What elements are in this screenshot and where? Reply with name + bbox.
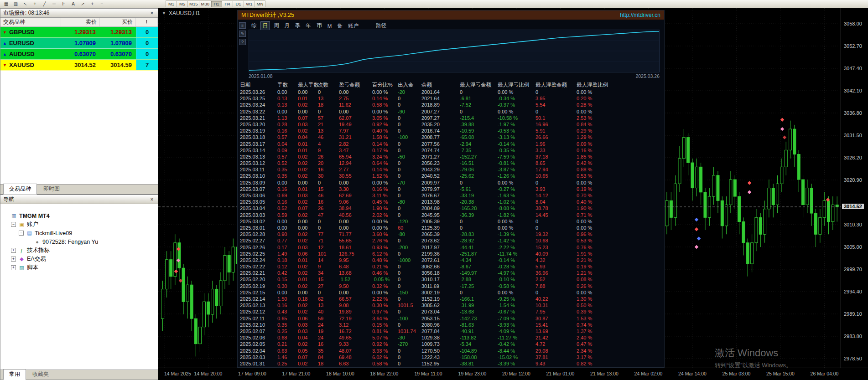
- expand-icon[interactable]: +: [11, 257, 16, 262]
- stats-cell: 29.08: [535, 348, 577, 354]
- crosshair-icon[interactable]: +: [31, 0, 39, 7]
- price-axis[interactable]: 3058.003052.703047.403042.103036.803031.…: [841, 8, 868, 368]
- navigator-header[interactable]: 导航 ×: [0, 195, 158, 204]
- market-watch-title: 市场报价: 08:13:46: [3, 9, 149, 17]
- stats-button-8[interactable]: 备: [336, 22, 345, 30]
- account-server-icon: ▤: [26, 230, 33, 236]
- stats-cell: 2199.36: [421, 251, 460, 257]
- market-watch-row-eurusd[interactable]: ▲EURUSD1.078091.078090: [0, 38, 158, 49]
- market-watch-row-gbpusd[interactable]: ▼GBPUSD1.293131.293130: [0, 27, 158, 38]
- time-tick: 17 Mar 09:00: [238, 371, 266, 376]
- new-order-icon[interactable]: ▦: [2, 0, 10, 7]
- timeframe-h1[interactable]: H1: [211, 0, 222, 7]
- timeframe-m15[interactable]: M15: [187, 0, 199, 7]
- tree-item-0[interactable]: ▥TMGM MT4: [0, 211, 158, 220]
- mw-column-header-1[interactable]: 卖价: [61, 18, 100, 26]
- stats-cell: 0.28 %: [577, 102, 664, 108]
- collapse-icon[interactable]: −: [11, 222, 16, 227]
- close-icon[interactable]: ×: [149, 196, 155, 203]
- stats-cell: -0.27 %: [498, 186, 535, 192]
- stats-cell: -0.53 %: [498, 128, 535, 134]
- stats-cell: 1152.95: [421, 360, 460, 367]
- navigator-tab-0[interactable]: 常用: [3, 369, 26, 380]
- charts-icon[interactable]: ▥: [11, 0, 20, 7]
- timeframe-h4[interactable]: H4: [222, 0, 233, 7]
- panel-help-icon[interactable]: ?: [239, 39, 246, 45]
- stats-button-3[interactable]: 月: [283, 22, 292, 30]
- tree-item-label: 技术指标: [27, 246, 50, 254]
- time-axis[interactable]: 14 Mar 202514 Mar 20:0017 Mar 09:0017 Ma…: [158, 368, 868, 380]
- timeframe-w1[interactable]: W1: [244, 0, 255, 7]
- timeframe-m1[interactable]: M1: [166, 0, 177, 7]
- tree-item-1[interactable]: −▣账户: [0, 220, 158, 229]
- mw-column-header-2[interactable]: 买价: [100, 18, 136, 26]
- stats-cell: 0.64 %: [372, 160, 398, 166]
- stats-cell: 0.00: [277, 225, 298, 231]
- mw-column-header-0[interactable]: 交易品种: [0, 18, 61, 26]
- tree-item-6[interactable]: +▨脚本: [0, 263, 158, 272]
- market-watch-tab-1[interactable]: 即时图: [38, 184, 65, 194]
- stats-cell: -20: [398, 89, 421, 95]
- stats-table-row: 2025.03.240.130.021811.620.58 %02018.89-…: [238, 102, 664, 108]
- stats-button-5[interactable]: 年: [304, 22, 313, 30]
- arrow-tool-icon[interactable]: ↗: [78, 0, 87, 7]
- chart-area[interactable]: ▼ XAUUSD,H1 MTDriver统计 ,V3.25 http://mtd…: [158, 8, 868, 380]
- tree-item-4[interactable]: +ƒ技术指标: [0, 246, 158, 255]
- cursor-icon[interactable]: ↖: [21, 0, 30, 7]
- stats-cell: 0.04: [277, 141, 298, 147]
- stats-cell: -80: [398, 231, 421, 237]
- horizontal-line-icon[interactable]: ─: [50, 0, 58, 7]
- close-icon[interactable]: ×: [149, 10, 155, 16]
- stats-cell: 27: [318, 283, 339, 289]
- chevron-down-icon[interactable]: ▼: [162, 11, 166, 15]
- stats-table-row: 2025.03.120.520.022012.940.64 %02056.23-…: [238, 160, 664, 166]
- stats-cell: 1.52 %: [372, 173, 398, 179]
- stats-cell: 0.03: [298, 121, 318, 128]
- zoom-in-icon[interactable]: +: [88, 0, 97, 7]
- stats-table-row: 2025.03.250.130.01132.750.14 %02021.64-6…: [238, 95, 664, 102]
- timeframe-m5[interactable]: M5: [177, 0, 187, 7]
- stats-cell: 2025.03.22: [240, 108, 277, 115]
- stats-cell: 3.24 %: [372, 154, 398, 160]
- panel-edit-icon[interactable]: ✎: [239, 31, 246, 37]
- fibonacci-icon[interactable]: F: [59, 0, 68, 7]
- stats-button-0[interactable]: 综: [249, 22, 259, 30]
- stats-button-6[interactable]: 币: [315, 22, 324, 30]
- stats-table-row: 2025.03.220.000.0000.000.00 %-902007.270…: [238, 108, 664, 115]
- timeframe-d1[interactable]: D1: [233, 0, 244, 7]
- stats-cell: 7.97: [339, 128, 372, 134]
- navigator-tab-1[interactable]: 收藏夹: [27, 370, 54, 380]
- stats-button-4[interactable]: 季: [293, 22, 302, 30]
- market-watch-row-audusd[interactable]: ▲AUDUSD0.630700.630700: [0, 49, 158, 60]
- chart-symbol-text: XAUUSD,H1: [169, 10, 200, 16]
- text-icon[interactable]: A: [69, 0, 78, 7]
- tree-item-2[interactable]: −▤Tickmill-Live09: [0, 229, 158, 237]
- trendline-icon[interactable]: ╱: [40, 0, 49, 7]
- stats-button-1[interactable]: 日: [260, 21, 270, 30]
- mw-column-header-3[interactable]: !: [136, 18, 158, 26]
- stats-button-path[interactable]: 路径: [374, 22, 388, 30]
- expand-icon[interactable]: +: [11, 265, 16, 270]
- stats-button-7[interactable]: M: [326, 23, 334, 29]
- stats-cell: 0.96 %: [577, 231, 664, 237]
- timeframe-mn[interactable]: MN: [255, 0, 265, 7]
- expand-icon[interactable]: +: [11, 248, 16, 253]
- timeframe-m30[interactable]: M30: [199, 0, 210, 7]
- panel-menu-icon[interactable]: ≡: [239, 22, 246, 29]
- collapse-icon[interactable]: −: [19, 231, 24, 236]
- stats-cell: 4.72: [535, 341, 577, 347]
- stats-cell: 62.07: [339, 115, 372, 121]
- stats-cell: 2025.03.07: [240, 186, 277, 192]
- market-watch-row-xauusd[interactable]: ▼XAUUSD3014.523014.597: [0, 60, 158, 71]
- tree-item-3[interactable]: ●9072528: Fengyan Yu: [0, 237, 158, 246]
- market-watch-tab-0[interactable]: 交易品种: [3, 184, 37, 195]
- stats-panel-link[interactable]: http://mtdriver.cn: [620, 12, 660, 18]
- stats-panel-header[interactable]: MTDriver统计 ,V3.25 http://mtdriver.cn: [238, 10, 664, 20]
- stats-cell: 0.82 %: [577, 360, 664, 367]
- stats-button-9[interactable]: 账户: [346, 22, 360, 30]
- zoom-out-icon[interactable]: −: [98, 0, 106, 7]
- stats-button-2[interactable]: 周: [272, 22, 281, 30]
- stats-cell: -79.06: [460, 166, 498, 173]
- market-watch-header[interactable]: 市场报价: 08:13:46 ×: [0, 9, 158, 18]
- tree-item-5[interactable]: +◆EA交易: [0, 255, 158, 263]
